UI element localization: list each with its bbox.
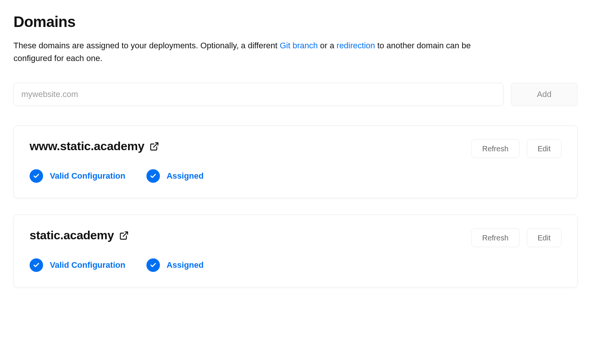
edit-button[interactable]: Edit (527, 228, 561, 247)
external-link-icon (119, 231, 129, 240)
status-label: Assigned (167, 171, 204, 181)
refresh-button[interactable]: Refresh (472, 228, 519, 247)
page-title: Domains (13, 13, 578, 30)
redirection-link[interactable]: redirection (337, 41, 375, 50)
domain-link[interactable]: static.academy (30, 228, 129, 242)
status-valid-configuration: Valid Configuration (30, 258, 125, 272)
card-header: www.static.academy Refresh Edit (30, 139, 561, 158)
svg-line-0 (154, 143, 158, 147)
status-assigned: Assigned (146, 258, 204, 272)
check-icon (146, 258, 160, 272)
domain-name: static.academy (30, 228, 114, 242)
card-actions: Refresh Edit (472, 139, 562, 158)
check-icon (30, 169, 43, 183)
page-description: These domains are assigned to your deplo… (13, 39, 508, 65)
check-icon (146, 169, 160, 183)
add-domain-row: Add (13, 83, 578, 106)
domain-input[interactable] (13, 83, 503, 106)
domain-name: www.static.academy (30, 139, 144, 153)
refresh-button[interactable]: Refresh (472, 139, 519, 158)
status-assigned: Assigned (146, 169, 204, 183)
external-link-icon (149, 142, 159, 151)
status-row: Valid Configuration Assigned (30, 169, 561, 183)
status-label: Valid Configuration (50, 260, 125, 270)
status-label: Assigned (167, 260, 204, 270)
domain-card: www.static.academy Refresh Edit Valid Co… (13, 125, 578, 198)
description-text-2: or a (318, 41, 336, 50)
domain-link[interactable]: www.static.academy (30, 139, 159, 153)
status-row: Valid Configuration Assigned (30, 258, 561, 272)
card-actions: Refresh Edit (472, 228, 562, 247)
git-branch-link[interactable]: Git branch (280, 41, 318, 50)
status-label: Valid Configuration (50, 171, 125, 181)
edit-button[interactable]: Edit (527, 139, 561, 158)
svg-line-1 (123, 232, 128, 236)
add-button[interactable]: Add (511, 83, 578, 106)
description-text-1: These domains are assigned to your deplo… (13, 41, 280, 50)
card-header: static.academy Refresh Edit (30, 228, 561, 247)
check-icon (30, 258, 43, 272)
domain-card: static.academy Refresh Edit Valid Config… (13, 215, 578, 287)
status-valid-configuration: Valid Configuration (30, 169, 125, 183)
